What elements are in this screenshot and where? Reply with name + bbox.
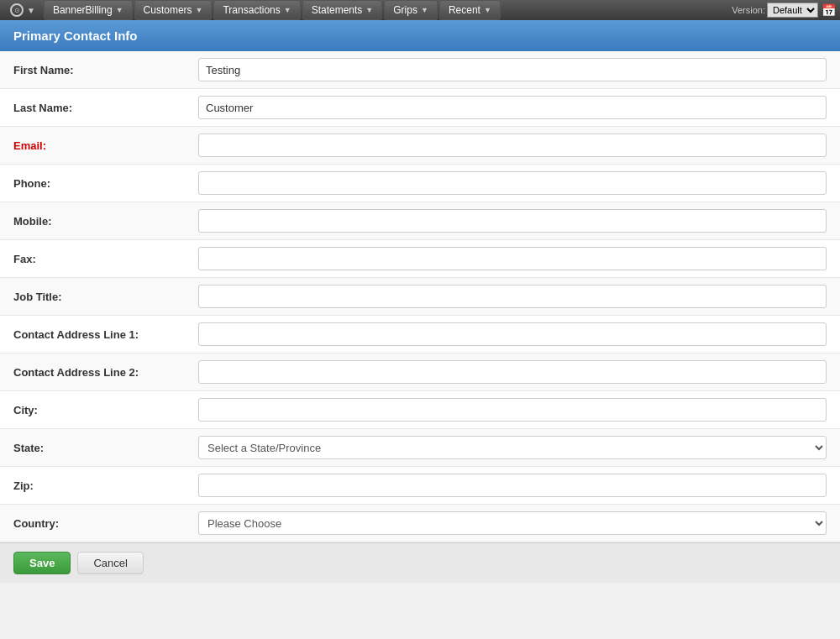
section-header: Primary Contact Info [0,20,840,51]
nav-recent[interactable]: Recent ▼ [439,0,501,20]
calendar-icon[interactable]: 📅 [820,2,837,18]
section-title: Primary Contact Info [13,29,138,43]
nav-grips[interactable]: Grips ▼ [384,0,438,20]
form-footer: Save Cancel [0,542,840,583]
brand-arrow: ▼ [27,6,35,15]
brand-clock[interactable]: ⊙ ▼ [3,2,42,18]
label-country: Country: [13,517,198,530]
nav-recent-arrow: ▼ [484,6,491,14]
label-phone: Phone: [13,177,198,190]
label-mobile: Mobile: [13,215,198,228]
page-wrapper: Primary Contact Info First Name: Last Na… [0,20,840,583]
nav-statements-label: Statements [312,4,363,16]
nav-statements-arrow: ▼ [365,6,373,14]
nav-bannerbilling-arrow: ▼ [116,6,123,14]
nav-customers[interactable]: Customers ▼ [134,0,213,20]
row-first-name: First Name: [0,51,840,89]
row-city: City: [0,391,840,429]
input-job-title[interactable] [198,285,827,308]
row-last-name: Last Name: [0,89,840,127]
nav-grips-label: Grips [393,4,417,16]
input-email[interactable] [198,134,827,157]
row-address2: Contact Address Line 2: [0,354,840,391]
row-mobile: Mobile: [0,202,840,240]
select-country[interactable]: Please Choose United States Canada Unite… [198,511,827,535]
nav-customers-label: Customers [144,4,192,16]
nav-recent-label: Recent [449,4,480,16]
nav-customers-arrow: ▼ [196,6,203,14]
label-fax: Fax: [13,253,198,265]
row-phone: Phone: [0,165,840,202]
label-last-name: Last Name: [13,102,198,114]
row-country: Country: Please Choose United States Can… [0,505,840,542]
cancel-button[interactable]: Cancel [77,552,143,574]
nav-statements[interactable]: Statements ▼ [302,0,383,20]
row-address1: Contact Address Line 1: [0,316,840,354]
label-city: City: [13,404,198,416]
label-address1: Contact Address Line 1: [13,328,198,341]
input-address2[interactable] [198,360,827,384]
row-zip: Zip: [0,467,840,505]
nav-transactions-label: Transactions [223,4,280,16]
version-select[interactable]: Default [767,3,818,18]
navbar: ⊙ ▼ BannerBilling ▼ Customers ▼ Transact… [0,0,840,20]
select-state[interactable]: Select a State/Province Alabama Alaska A… [198,436,827,459]
label-first-name: First Name: [13,64,198,76]
label-address2: Contact Address Line 2: [13,366,198,379]
form-container: First Name: Last Name: Email: Phone: Mob… [0,51,840,542]
input-address1[interactable] [198,322,827,346]
input-city[interactable] [198,398,827,422]
input-phone[interactable] [198,171,827,195]
label-job-title: Job Title: [13,291,198,303]
save-button[interactable]: Save [13,552,71,574]
row-email: Email: [0,127,840,165]
input-first-name[interactable] [198,58,827,81]
input-zip[interactable] [198,474,827,497]
row-fax: Fax: [0,240,840,278]
nav-transactions-arrow: ▼ [284,6,291,14]
label-state: State: [13,442,198,454]
nav-bannerbilling[interactable]: BannerBilling ▼ [44,0,133,20]
row-state: State: Select a State/Province Alabama A… [0,429,840,467]
clock-icon: ⊙ [10,3,24,17]
nav-transactions[interactable]: Transactions ▼ [213,0,300,20]
input-fax[interactable] [198,247,827,270]
version-label: Version: [732,5,765,15]
input-mobile[interactable] [198,209,827,233]
nav-grips-arrow: ▼ [421,6,428,14]
label-zip: Zip: [13,479,198,492]
input-last-name[interactable] [198,96,827,119]
row-job-title: Job Title: [0,278,840,316]
nav-bannerbilling-label: BannerBilling [53,4,113,16]
label-email: Email: [13,139,198,152]
